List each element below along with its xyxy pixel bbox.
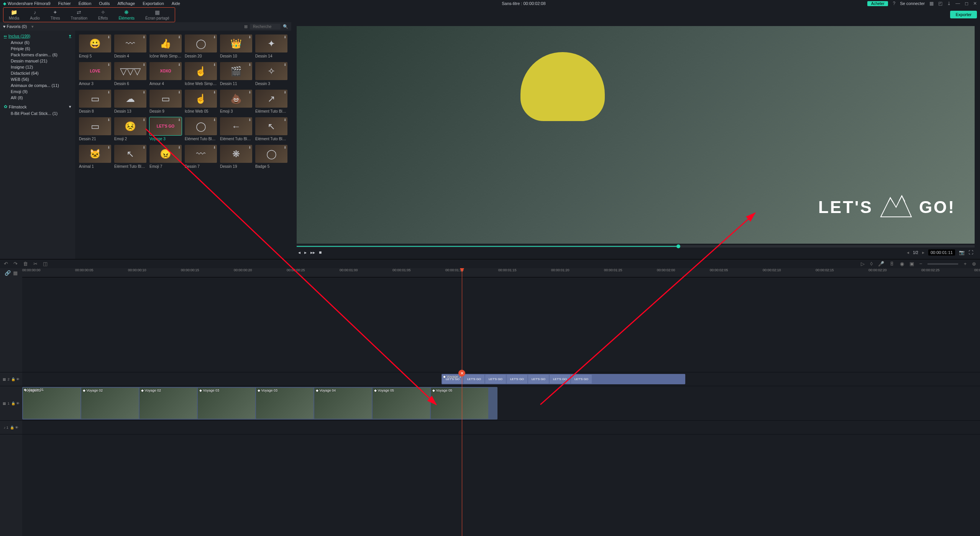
asset-item[interactable]: ⬇✦Dessin 14 <box>255 34 287 58</box>
track-fx[interactable]: ◆ Voyage 3 LET'S GO LET'S GO LET'S GO LE… <box>22 372 980 386</box>
download-icon[interactable]: ⬇ <box>107 35 110 39</box>
download-icon[interactable]: ⬇ <box>178 63 181 67</box>
asset-item[interactable]: ⬇▭Dessin 9 <box>149 90 182 113</box>
sidebar-item[interactable]: AR (8) <box>0 95 75 101</box>
menu-help[interactable]: Aide <box>172 1 180 6</box>
zoom-in-icon[interactable]: + <box>964 261 967 267</box>
sidebar-item[interactable]: 8-Bit Pixel Cat Stick... (1) <box>0 110 75 116</box>
zoom-slider[interactable] <box>927 263 958 265</box>
tab-titles[interactable]: ✦Titres <box>47 8 64 21</box>
favorites-label[interactable]: ♥ Favoris (0) <box>3 24 27 29</box>
menu-view[interactable]: Affichage <box>117 1 135 6</box>
playhead[interactable]: ✕ <box>462 268 462 536</box>
download-icon[interactable]: ⬇ <box>178 146 181 149</box>
asset-item[interactable]: ⬇〰Dessin 7 <box>185 145 217 169</box>
snapshot-icon[interactable]: 📷 <box>959 250 965 255</box>
sidebar-item[interactable]: Emoji (9) <box>0 89 75 95</box>
mixer-icon[interactable]: 🎚 <box>890 261 895 267</box>
playhead-delete-icon[interactable]: ✕ <box>458 370 465 377</box>
download-icon[interactable]: ⬇ <box>107 63 110 67</box>
download-icon[interactable]: ⬇ <box>178 118 181 122</box>
download-icon[interactable]: ⬇ <box>248 63 251 67</box>
delete-icon[interactable]: 🗑 <box>23 261 28 267</box>
download-icon[interactable]: ⬇ <box>248 146 251 149</box>
sidebar-item[interactable]: Périple (6) <box>0 46 75 52</box>
asset-item[interactable]: ⬇☝Icône Web Simple 05 <box>185 62 217 86</box>
asset-item[interactable]: ⬇▭Dessin 8 <box>79 90 111 113</box>
asset-item[interactable]: ⬇☁Dessin 13 <box>114 90 146 113</box>
download-icon[interactable]: ⬇ <box>284 146 287 149</box>
down-icon[interactable]: ⤓ <box>947 1 951 6</box>
asset-item[interactable]: ⬇❋Dessin 19 <box>220 145 252 169</box>
preview-zoom[interactable]: 1/2 <box>913 251 918 255</box>
download-icon[interactable]: ⬇ <box>213 146 216 149</box>
track-head-audio[interactable]: ♪ 1 🔒 👁 <box>0 421 22 434</box>
help-icon[interactable]: ? <box>893 1 895 6</box>
sidebar-group-inclus[interactable]: ▪▪Inclus (199)▾ <box>0 32 75 39</box>
asset-item[interactable]: ⬇LOVEAmour 3 <box>79 62 111 86</box>
asset-item[interactable]: ⬇〰Dessin 4 <box>114 34 146 58</box>
sidebar-item[interactable]: WEB (56) <box>0 76 75 82</box>
zoom-out-icon[interactable]: − <box>919 261 923 267</box>
tab-elements[interactable]: ❋Éléments <box>115 8 138 21</box>
record-icon[interactable]: ◉ <box>900 261 904 267</box>
asset-item[interactable]: ⬇◯Élément Tuto Blanc 13 <box>185 117 217 141</box>
tab-media[interactable]: 📁Média <box>5 8 23 21</box>
track-video[interactable]: ◆ Voyage 01 Voyage 01 ◆ Voyage 02 ◆ Voya… <box>22 386 980 421</box>
asset-item[interactable]: ⬇←Élément Tuto Blanc 22 <box>220 117 252 141</box>
download-icon[interactable]: ⬇ <box>107 90 110 94</box>
asset-item[interactable]: ⬇👑Dessin 10 <box>220 34 252 58</box>
minimize-icon[interactable]: — <box>955 1 960 6</box>
preview-viewport[interactable]: LET'S GO! <box>297 26 975 244</box>
next-frame-icon[interactable]: ▸▸ <box>310 250 315 255</box>
chevron-down-icon[interactable]: ▾ <box>31 24 34 29</box>
preview-scrubber[interactable] <box>297 245 975 248</box>
download-icon[interactable]: ⬇ <box>143 146 146 149</box>
tab-effects[interactable]: ✧Effets <box>94 8 112 21</box>
marker-icon[interactable]: ◊ <box>870 261 872 267</box>
sidebar-item[interactable]: Didacticiel (64) <box>0 70 75 76</box>
track-audio[interactable] <box>22 421 980 434</box>
asset-item[interactable]: ⬇😀Emoji 5 <box>79 34 111 58</box>
timeline-ruler[interactable]: 00:00:00:0000:00:00:0500:00:00:1000:00:0… <box>22 268 980 277</box>
snapshot2-icon[interactable]: ▣ <box>909 261 914 267</box>
voice-icon[interactable]: 🎤 <box>878 261 884 267</box>
track-head-fx[interactable]: ▦ 2 🔒 👁 <box>0 372 22 386</box>
download-icon[interactable]: ⬇ <box>284 35 287 39</box>
window-icon[interactable]: ◰ <box>938 1 942 6</box>
crop-icon[interactable]: ◫ <box>43 261 48 267</box>
timeline-clip-video[interactable]: ◆ Voyage 01 Voyage 01 ◆ Voyage 02 ◆ Voya… <box>22 387 497 420</box>
asset-item[interactable]: ⬇▽▽▽Dessin 6 <box>114 62 146 86</box>
track-head-video[interactable]: ▦ 1 🔒 👁 <box>0 386 22 421</box>
redo-icon[interactable]: ↷ <box>13 261 18 267</box>
search-icon[interactable]: 🔍 <box>283 24 288 29</box>
tab-transition[interactable]: ⇄Transition <box>67 8 91 21</box>
asset-item[interactable]: ⬇XOXOAmour 4 <box>149 62 182 86</box>
grid-view-icon[interactable]: ⊞ <box>244 24 248 29</box>
menu-tools[interactable]: Outils <box>99 1 110 6</box>
download-icon[interactable]: ⬇ <box>143 35 146 39</box>
buy-button[interactable]: Acheter <box>867 1 888 6</box>
prev-frame-icon[interactable]: ◂ <box>298 250 300 255</box>
timeline-empty-area[interactable] <box>22 277 980 372</box>
export-button[interactable]: Exporter <box>950 11 977 18</box>
sidebar-group-filmstock[interactable]: ✿Filmstock▾ <box>0 103 75 110</box>
sidebar-item[interactable]: Insigne (12) <box>0 64 75 70</box>
asset-item[interactable]: ⬇😣Emoji 2 <box>114 117 146 141</box>
tab-audio[interactable]: ♪Audio <box>26 8 44 21</box>
download-icon[interactable]: ⬇ <box>248 118 251 122</box>
link-icon[interactable]: 🔗 <box>5 270 11 276</box>
download-icon[interactable]: ⬇ <box>107 146 110 149</box>
sidebar-item[interactable]: Pack formes d'anim... (6) <box>0 52 75 58</box>
download-icon[interactable]: ⬇ <box>284 90 287 94</box>
next-page-icon[interactable]: ▸ <box>922 250 924 255</box>
download-icon[interactable]: ⬇ <box>213 63 216 67</box>
menu-edit[interactable]: Édition <box>79 1 92 6</box>
asset-item[interactable]: ⬇↖Élément Tuto Blanc 3 <box>114 145 146 169</box>
layout-icon[interactable]: ▦ <box>929 1 934 6</box>
download-icon[interactable]: ⬇ <box>213 118 216 122</box>
undo-icon[interactable]: ↶ <box>4 261 8 267</box>
asset-item[interactable]: ⬇▭Dessin 21 <box>79 117 111 141</box>
play-icon[interactable]: ▸ <box>304 250 307 255</box>
download-icon[interactable]: ⬇ <box>248 90 251 94</box>
